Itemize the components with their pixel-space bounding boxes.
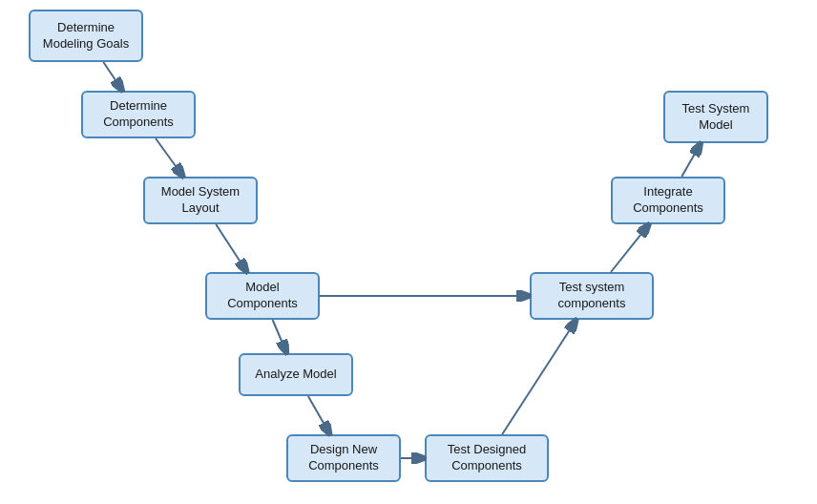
diagram: Determine Modeling GoalsDetermine Compon… (0, 0, 817, 504)
analyze-model: Analyze Model (239, 353, 353, 396)
determine-modeling-goals: Determine Modeling Goals (29, 10, 143, 62)
svg-line-4 (308, 396, 330, 434)
svg-line-2 (216, 224, 247, 272)
svg-line-7 (502, 320, 576, 434)
determine-components: Determine Components (81, 91, 196, 138)
svg-line-1 (156, 138, 183, 177)
test-designed-components: Test Designed Components (425, 434, 549, 482)
test-system-components: Test system components (530, 272, 654, 320)
test-system-model: Test System Model (663, 91, 768, 143)
svg-line-3 (273, 320, 287, 353)
svg-line-8 (611, 224, 649, 272)
svg-line-0 (103, 62, 122, 91)
model-system-layout: Model System Layout (143, 177, 258, 224)
design-new-components: Design New Components (286, 434, 401, 482)
model-components: Model Components (205, 272, 320, 320)
integrate-components: Integrate Components (611, 177, 725, 224)
svg-line-9 (681, 143, 701, 177)
